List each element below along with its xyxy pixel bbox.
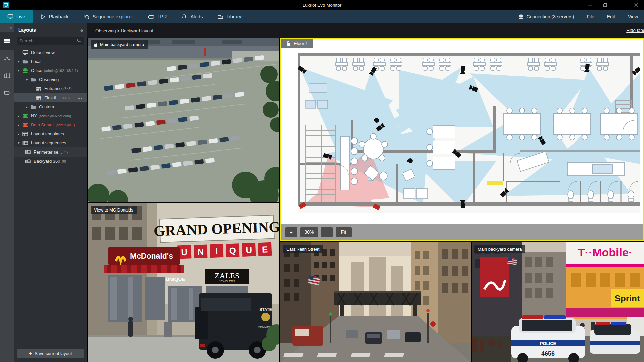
chevron-down-icon[interactable]: ▾ [24, 78, 30, 81]
bell-icon [181, 14, 187, 20]
sequence-item-icon [24, 159, 32, 164]
backyard2-street-scene: T··Mobile· Sprint POLICE 4656 [472, 242, 644, 362]
zoom-out-button[interactable]: – [321, 227, 333, 237]
chevron-right-icon[interactable]: ▸ [16, 114, 21, 118]
server-stack-red-icon [21, 122, 29, 128]
menu-file[interactable]: File [587, 14, 594, 19]
zoom-in-button[interactable]: + [285, 227, 297, 237]
armored-truck: STATE ARMORED [195, 293, 273, 359]
camera-tile-east-reith[interactable]: East Reith Street [280, 242, 471, 362]
search-input[interactable] [17, 37, 84, 45]
red-billboard [480, 257, 509, 297]
menu-view[interactable]: View [628, 14, 638, 19]
tree-item-local[interactable]: ▾ Local [14, 57, 87, 66]
library-folder-icon [217, 14, 223, 20]
save-current-layout-button[interactable]: + Save current layout [17, 349, 84, 358]
highlighted-wall-segment [487, 181, 503, 185]
server-stack-green-icon [21, 68, 29, 73]
tab-alerts[interactable]: Alerts [174, 10, 210, 23]
zoom-level-indicator[interactable]: 30% [300, 227, 318, 237]
chevron-down-icon[interactable]: ▾ [16, 60, 21, 63]
expand-panel-button[interactable]: » [0, 23, 14, 32]
mcdonalds-sign: McDonald's [130, 252, 173, 260]
layouts-panel: Layouts « Default view ▾ Local ▾ Office … [14, 23, 87, 362]
layout-grid-icon [35, 96, 42, 100]
tab-playback[interactable]: Playback [33, 10, 76, 23]
tree-item-backyard-360[interactable]: Backyard 360 (6) [14, 157, 87, 166]
svg-text:T··Mobile·: T··Mobile· [578, 246, 632, 259]
tree-item-layout-sequences[interactable]: ▾ Layout sequences [14, 138, 87, 147]
camera-tile-backyard2[interactable]: Main backyard camera T··Mobile· Sprint [472, 242, 644, 362]
title-bar: Luxriot Evo Monitor [0, 0, 644, 10]
tree-item-layout-templates[interactable]: ▸ Layout templates [14, 129, 87, 138]
tree-item-first-floor[interactable]: First fl... (1+5) ••• [14, 93, 87, 102]
zales-sign: ZALES [215, 271, 240, 280]
fullscreen-button[interactable] [613, 0, 629, 10]
item-menu-button[interactable]: ••• [77, 96, 83, 100]
svg-text:Sprint: Sprint [614, 293, 640, 303]
svg-text:Q: Q [229, 246, 236, 256]
truck-text-state: STATE [259, 307, 272, 312]
tree-item-custom[interactable]: ▸ Custom [14, 102, 87, 111]
tree-item-office-server[interactable]: ▾ Office (admin@192.168.1.1) [14, 66, 87, 75]
sprint-sign: Sprint [611, 289, 644, 307]
tab-live[interactable]: Live [0, 10, 33, 23]
zoom-fit-button[interactable]: Fit [336, 227, 352, 237]
tree-item-entrance[interactable]: Entrance (3×3) [14, 84, 87, 93]
layout-template-icon [21, 132, 29, 136]
camera-label: Main backyard camera [91, 40, 148, 49]
east-reith-scene [280, 242, 471, 362]
hide-labels-link[interactable]: Hide labels [626, 28, 644, 33]
camera-label: View to MC Donalds [91, 206, 137, 214]
tree-item-default-view[interactable]: Default view [14, 48, 87, 57]
floorplan-tile-floor1[interactable]: Floor 1 [280, 38, 644, 241]
svg-text:I: I [215, 246, 218, 256]
connection-menu[interactable]: Connection (3 servers) [518, 14, 574, 20]
tree-item-beta-server[interactable]: ▸ Beta Server (admin@L..) [14, 120, 87, 129]
chevron-right-icon[interactable]: ▸ [16, 123, 21, 127]
chevron-down-icon[interactable]: ▾ [16, 69, 21, 72]
menu-edit[interactable]: Edit [607, 14, 615, 19]
floorplan-label: Floor 1 [281, 39, 313, 48]
chevron-right-icon[interactable]: ▸ [24, 105, 30, 109]
collapse-panel-button[interactable]: « [80, 27, 83, 33]
tab-lpr[interactable]: LPR [141, 10, 174, 23]
breadcrumb-bar: Observing > Backyard layout Hide labels [87, 23, 644, 38]
license-plate-icon [148, 14, 154, 20]
layout-grid-icon [35, 87, 42, 91]
window-title: Luxriot Evo Monitor [0, 3, 644, 8]
shuffle-icon [4, 55, 10, 61]
mcdonalds-street-scene: GRAND OPENING U N I Q U E McDonald's UNI… [88, 203, 279, 362]
lock-icon [94, 42, 98, 47]
svg-text:POLICE: POLICE [540, 341, 556, 346]
close-button[interactable] [629, 0, 644, 10]
chevron-right-icon[interactable]: ▸ [16, 132, 21, 136]
folder-icon [30, 105, 37, 109]
police-car: POLICE 4656 [511, 315, 585, 362]
sequence-search-icon [83, 14, 89, 20]
restore-button[interactable] [598, 0, 613, 10]
live-monitor-icon [7, 14, 13, 20]
left-rail: » [0, 23, 14, 362]
servers-stack-icon [518, 14, 524, 20]
minimize-button[interactable] [582, 0, 598, 10]
rail-sequences-button[interactable] [0, 50, 14, 67]
play-icon [40, 14, 46, 20]
rail-maps-button[interactable] [0, 67, 14, 84]
tree-item-ny-server[interactable]: ▸ NY (admin@luxriot.com) [14, 111, 87, 120]
breadcrumb: Observing > Backyard layout [95, 28, 153, 33]
svg-text:U: U [246, 245, 252, 255]
unique-sign: UNIQUE [166, 276, 185, 282]
rail-remote-screen-button[interactable] [0, 84, 14, 102]
tab-sequence-explorer[interactable]: Sequence explorer [76, 10, 141, 23]
chevron-down-icon[interactable]: ▾ [16, 141, 21, 145]
camera-tile-main-backyard[interactable]: Main backyard camera [88, 38, 279, 202]
tree-item-perimeter-sequence[interactable]: Perimeter se... (4) [14, 147, 87, 157]
camera-tile-mcdonalds[interactable]: View to MC Donalds GRAND OPENING U N I Q… [88, 203, 279, 362]
tree-item-observing[interactable]: ▾ Observing [14, 75, 87, 84]
rail-layouts-button[interactable] [0, 32, 14, 50]
layout-sequence-icon [21, 141, 29, 145]
main-nav: Live Playback Sequence explorer LPR Aler… [0, 10, 644, 23]
map-icon [4, 73, 10, 79]
tab-library[interactable]: Library [210, 10, 249, 23]
